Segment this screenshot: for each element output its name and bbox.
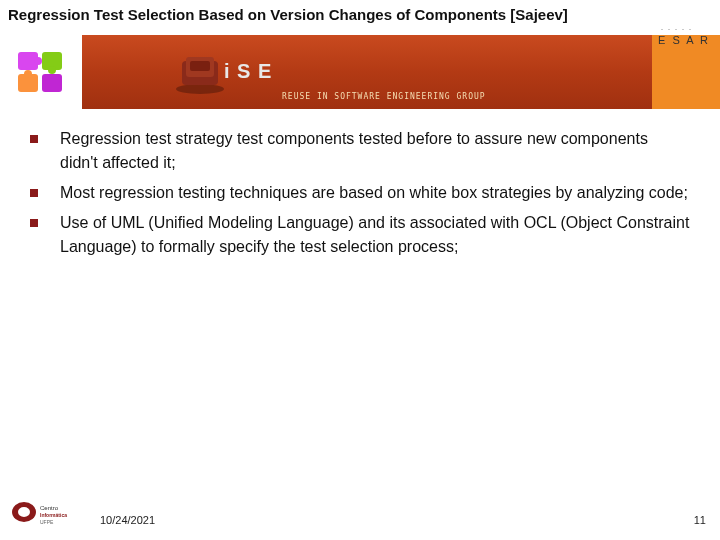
svg-text:UFPE: UFPE: [40, 519, 54, 525]
svg-point-12: [18, 507, 30, 517]
svg-point-5: [48, 66, 56, 74]
footer-date: 10/24/2021: [100, 514, 155, 526]
svg-text:Centro: Centro: [40, 505, 59, 511]
slide-title: Regression Test Selection Based on Versi…: [0, 0, 640, 25]
bullet-text: Most regression testing techniques are b…: [60, 181, 688, 205]
page-number: 11: [694, 514, 706, 526]
svg-point-7: [176, 84, 224, 94]
cesar-dots: . . . . .: [643, 22, 710, 32]
content-area: Regression test strategy test components…: [0, 109, 720, 259]
list-item: Use of UML (Unified Modeling Language) a…: [30, 211, 690, 259]
stone-icon: [172, 49, 228, 95]
list-item: Most regression testing techniques are b…: [30, 181, 690, 205]
banner: R i S E REUSE IN SOFTWARE ENGINEERING GR…: [0, 35, 720, 109]
banner-subtitle: REUSE IN SOFTWARE ENGINEERING GROUP: [282, 92, 486, 101]
svg-rect-10: [190, 61, 210, 71]
cesar-logo: . . . . . C E S A R: [643, 22, 710, 46]
list-item: Regression test strategy test components…: [30, 127, 690, 175]
puzzle-icon: [16, 50, 66, 94]
bullet-text: Regression test strategy test components…: [60, 127, 690, 175]
cesar-text: C E S A R: [643, 34, 710, 46]
svg-text:Informática: Informática: [40, 512, 67, 518]
svg-rect-3: [42, 74, 62, 92]
bullet-icon: [30, 219, 38, 227]
banner-mid: R i S E REUSE IN SOFTWARE ENGINEERING GR…: [82, 35, 652, 109]
svg-point-6: [24, 70, 32, 78]
bullet-icon: [30, 135, 38, 143]
centro-informatica-logo: Centro Informática UFPE: [10, 494, 72, 530]
svg-point-4: [34, 57, 42, 65]
banner-left: [0, 35, 82, 109]
bullet-text: Use of UML (Unified Modeling Language) a…: [60, 211, 690, 259]
bullet-icon: [30, 189, 38, 197]
